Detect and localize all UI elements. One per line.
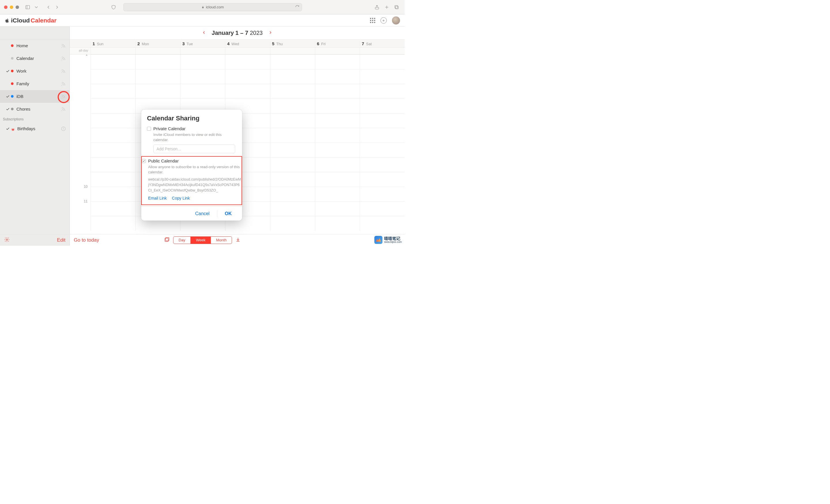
hour-cell[interactable] <box>225 69 270 84</box>
hour-cell[interactable] <box>91 201 135 216</box>
hour-cell[interactable] <box>135 55 181 69</box>
hour-cell[interactable] <box>270 84 315 99</box>
hour-cell[interactable] <box>270 201 315 216</box>
private-calendar-checkbox[interactable]: Private Calendar <box>147 126 236 131</box>
email-link-button[interactable]: Email Link <box>148 196 167 200</box>
hour-cell[interactable] <box>270 55 315 69</box>
sidebar-item-home[interactable]: Home <box>0 39 69 52</box>
hour-cell[interactable] <box>360 99 405 113</box>
hour-cell[interactable] <box>315 84 360 99</box>
hour-cell[interactable] <box>91 172 135 187</box>
rss-share-icon[interactable] <box>60 43 67 49</box>
hour-cell[interactable] <box>270 69 315 84</box>
close-window-button[interactable] <box>4 5 7 9</box>
hour-cell[interactable] <box>270 128 315 142</box>
rss-share-icon[interactable] <box>60 55 67 62</box>
hour-cell[interactable] <box>315 128 360 142</box>
address-bar[interactable]: icloud.com <box>123 3 302 11</box>
rss-share-icon[interactable] <box>60 68 67 74</box>
sidebar-item-family[interactable]: Family <box>0 77 69 90</box>
hour-cell[interactable] <box>135 69 181 84</box>
rss-share-icon[interactable] <box>60 106 67 112</box>
add-person-input[interactable] <box>153 144 235 153</box>
public-calendar-checkbox[interactable]: Public Calendar <box>142 158 242 163</box>
sidebar-item-calendar[interactable]: Calendar <box>0 52 69 65</box>
brand-calendar[interactable]: Calendar <box>31 17 57 24</box>
hour-cell[interactable] <box>315 172 360 187</box>
forward-button[interactable] <box>53 3 61 11</box>
rss-share-icon[interactable] <box>60 81 67 87</box>
reload-icon[interactable] <box>295 5 299 9</box>
hour-cell[interactable] <box>360 84 405 99</box>
ok-button[interactable]: OK <box>220 209 236 218</box>
hour-cell[interactable] <box>315 187 360 201</box>
hour-cell[interactable] <box>270 172 315 187</box>
tabs-overview-button[interactable] <box>392 3 401 11</box>
seg-day[interactable]: Day <box>173 237 191 244</box>
hour-cell[interactable] <box>270 142 315 157</box>
rss-share-icon[interactable] <box>60 93 67 100</box>
hour-cell[interactable] <box>270 113 315 128</box>
minimize-window-button[interactable] <box>10 5 13 9</box>
hour-cell[interactable] <box>225 84 270 99</box>
chevron-down-icon[interactable] <box>32 3 40 11</box>
hour-cell[interactable] <box>270 99 315 113</box>
seg-week[interactable]: Week <box>191 237 211 244</box>
hour-cell[interactable] <box>225 55 270 69</box>
download-icon[interactable] <box>235 237 241 243</box>
next-week-button[interactable] <box>268 30 272 36</box>
hour-cell[interactable] <box>315 157 360 172</box>
hour-cell[interactable] <box>180 55 225 69</box>
hour-cell[interactable] <box>91 216 135 231</box>
hour-cell[interactable] <box>91 55 135 69</box>
calendar-stack-icon[interactable] <box>164 237 170 244</box>
add-event-button[interactable]: + <box>380 17 387 24</box>
new-tab-button[interactable] <box>383 3 391 11</box>
hour-cell[interactable] <box>360 201 405 216</box>
hour-cell[interactable] <box>360 157 405 172</box>
seg-month[interactable]: Month <box>211 237 232 244</box>
share-icon[interactable] <box>373 3 381 11</box>
hour-cell[interactable] <box>315 113 360 128</box>
hour-cell[interactable] <box>135 84 181 99</box>
hour-cell[interactable] <box>360 69 405 84</box>
hour-cell[interactable] <box>360 55 405 69</box>
hour-cell[interactable] <box>315 55 360 69</box>
hour-cell[interactable] <box>180 69 225 84</box>
hour-cell[interactable] <box>91 69 135 84</box>
hour-cell[interactable] <box>360 172 405 187</box>
hour-cell[interactable] <box>360 113 405 128</box>
privacy-shield-icon[interactable] <box>109 3 118 11</box>
hour-cell[interactable] <box>91 128 135 142</box>
hour-cell[interactable] <box>315 69 360 84</box>
sidebar-item-birthdays[interactable]: Birthdays <box>0 123 69 135</box>
brand-icloud[interactable]: iCloud <box>11 17 30 24</box>
edit-button[interactable]: Edit <box>57 237 65 243</box>
hour-cell[interactable] <box>315 201 360 216</box>
back-button[interactable] <box>44 3 53 11</box>
hour-cell[interactable] <box>360 187 405 201</box>
public-calendar-url[interactable]: webcal://p30-caldav.icloud.com/published… <box>148 177 242 193</box>
hour-cell[interactable] <box>91 142 135 157</box>
zoom-window-button[interactable] <box>15 5 19 9</box>
hour-cell[interactable] <box>315 142 360 157</box>
avatar[interactable] <box>392 16 400 25</box>
hour-cell[interactable] <box>180 84 225 99</box>
hour-cell[interactable] <box>91 113 135 128</box>
hour-cell[interactable] <box>360 128 405 142</box>
hour-cell[interactable] <box>270 157 315 172</box>
hour-cell[interactable] <box>91 187 135 201</box>
go-to-today-button[interactable]: Go to today <box>74 237 99 243</box>
hour-cell[interactable] <box>360 142 405 157</box>
copy-link-button[interactable]: Copy Link <box>172 196 190 200</box>
hour-cell[interactable] <box>360 216 405 231</box>
hour-cell[interactable] <box>315 216 360 231</box>
hour-cell[interactable] <box>91 157 135 172</box>
hour-cell[interactable] <box>91 99 135 113</box>
sidebar-item-work[interactable]: Work <box>0 65 69 77</box>
prev-week-button[interactable] <box>202 30 206 36</box>
sidebar-item-idb[interactable]: iDB <box>0 90 69 103</box>
hour-cell[interactable] <box>91 84 135 99</box>
gear-icon[interactable] <box>4 237 10 244</box>
cancel-button[interactable]: Cancel <box>191 209 214 218</box>
